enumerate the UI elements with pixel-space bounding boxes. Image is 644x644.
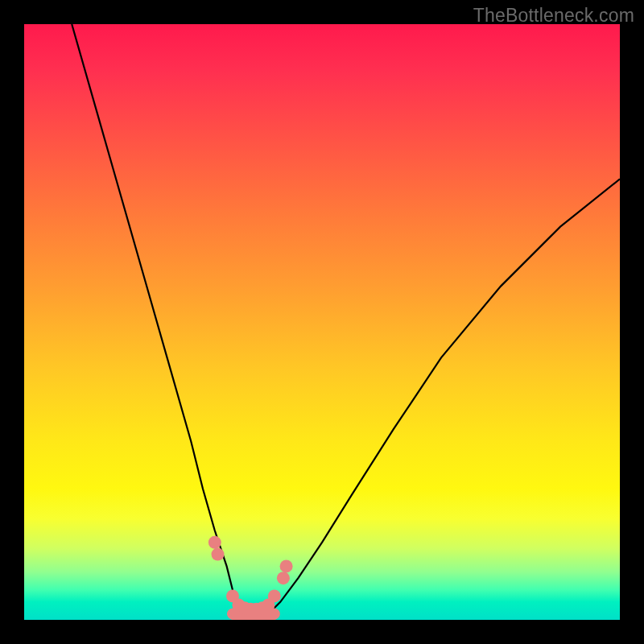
left-curve-line [72,24,245,614]
data-marker [280,559,293,572]
right-curve-line [268,179,620,613]
data-marker [277,572,290,584]
data-marker [208,536,221,549]
chart-svg [24,24,620,620]
curve-lines [72,24,620,618]
chart-plot-area [24,24,620,620]
watermark-text: TheBottleneck.com [473,5,634,27]
data-marker [268,589,281,602]
data-marker [212,548,225,561]
